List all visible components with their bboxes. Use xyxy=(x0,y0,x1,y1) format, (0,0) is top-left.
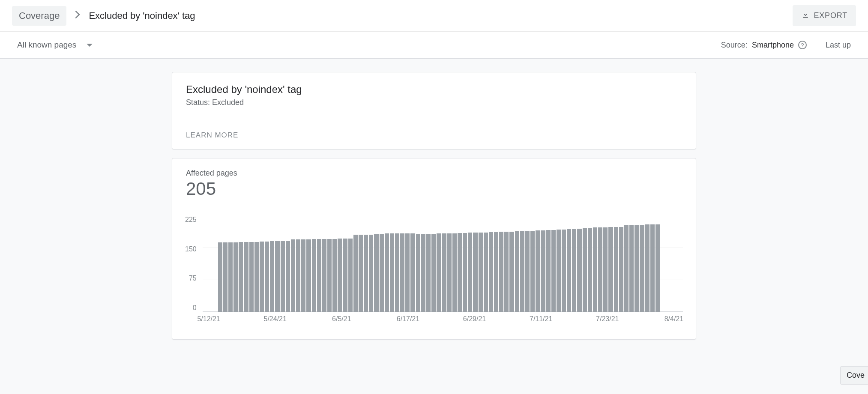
chart-bar xyxy=(254,242,259,312)
chart-bar xyxy=(614,227,618,312)
chart-bar xyxy=(223,242,227,312)
chart-bar xyxy=(228,242,233,312)
chart-bar xyxy=(577,229,581,312)
breadcrumb-root-label: Coverage xyxy=(19,10,60,21)
chart-body: 225150750 5/12/215/24/216/5/216/17/216/2… xyxy=(172,207,696,339)
pages-filter-dropdown[interactable]: All known pages xyxy=(17,40,93,50)
source-value: Smartphone xyxy=(752,41,794,50)
pages-filter-label: All known pages xyxy=(17,40,76,50)
chart-bar xyxy=(359,235,363,312)
chart-bar xyxy=(479,233,483,312)
chart-y-tick: 75 xyxy=(189,275,197,282)
chart-bar xyxy=(426,234,431,312)
chart-bar xyxy=(327,239,332,312)
chart-bar xyxy=(265,242,269,312)
chart-bar xyxy=(619,227,623,312)
chart-bar xyxy=(525,231,530,312)
chart-x-axis: 5/12/215/24/216/5/216/17/216/29/217/11/2… xyxy=(204,315,679,326)
chart-bar xyxy=(567,229,571,312)
chart-bar xyxy=(260,242,264,312)
chart-bar xyxy=(509,232,514,312)
chart-bar xyxy=(463,233,467,312)
chart-bar xyxy=(374,234,378,312)
chart-bar xyxy=(655,224,660,312)
chart-y-axis: 225150750 xyxy=(185,216,197,312)
chart-bar xyxy=(484,233,488,312)
status-card: Excluded by 'noindex' tag Status: Exclud… xyxy=(172,72,696,149)
chart-bar xyxy=(468,233,472,312)
chart-bar xyxy=(322,239,326,312)
chart-bar xyxy=(317,239,321,312)
chart-bar xyxy=(364,235,368,312)
chart-bar xyxy=(572,229,576,312)
chart-x-tick: 7/11/21 xyxy=(530,315,552,323)
chart-bar xyxy=(416,234,420,312)
breadcrumb-root-chip[interactable]: Coverage xyxy=(12,6,66,26)
chart-bar xyxy=(249,242,254,312)
chart-bar xyxy=(270,241,274,312)
last-updated-label: Last up xyxy=(826,41,851,50)
chart-bar xyxy=(603,227,608,312)
chart-bar xyxy=(447,233,452,312)
chart-bar xyxy=(650,224,655,312)
chart-bar xyxy=(494,232,498,312)
source-prefix: Source: xyxy=(721,41,748,50)
chart-bar xyxy=(536,230,540,312)
chart-bar xyxy=(645,224,650,312)
chart-bar xyxy=(624,225,629,312)
chart-bar xyxy=(296,239,300,312)
chart-bar xyxy=(395,233,399,312)
chart-bar xyxy=(312,239,316,312)
chart-bar xyxy=(281,241,285,312)
chart-bar xyxy=(390,233,394,312)
download-icon xyxy=(801,10,810,21)
chart-bar xyxy=(489,232,493,312)
chart-bar xyxy=(410,233,415,312)
chart-bar xyxy=(380,234,384,312)
chart-bar xyxy=(405,233,410,312)
chart-bar xyxy=(218,242,222,312)
chart-y-tick: 150 xyxy=(185,245,197,253)
chart-bar xyxy=(301,239,305,312)
chart-metric-value: 205 xyxy=(186,179,682,199)
chart-bar xyxy=(338,239,342,312)
learn-more-link[interactable]: LEARN MORE xyxy=(186,131,682,140)
chart-x-tick: 6/5/21 xyxy=(332,315,351,323)
content-area: Excluded by 'noindex' tag Status: Exclud… xyxy=(0,59,868,394)
chart-bar xyxy=(557,230,561,312)
chart-bar xyxy=(275,241,279,312)
chart-bar xyxy=(385,233,389,312)
chart-bar xyxy=(546,230,551,312)
chart-bar xyxy=(369,235,373,312)
chart-bar xyxy=(442,233,446,312)
chart-bar xyxy=(306,239,311,312)
header-bar: Coverage Excluded by 'noindex' tag EXPOR… xyxy=(0,0,868,32)
chart-bar xyxy=(629,225,634,312)
export-label: EXPORT xyxy=(814,11,848,20)
chart-bar xyxy=(640,225,644,312)
chart-bars xyxy=(203,216,683,312)
chart-bar xyxy=(499,232,503,312)
chart-bar xyxy=(421,234,425,312)
chart-x-tick: 5/12/21 xyxy=(197,315,220,323)
help-icon[interactable]: ? xyxy=(798,41,807,49)
chart-y-tick: 0 xyxy=(193,304,197,312)
chart-bar xyxy=(431,234,436,312)
chart-bar xyxy=(239,242,243,312)
export-button[interactable]: EXPORT xyxy=(793,5,856,26)
chart-bar xyxy=(332,239,337,312)
coverage-floating-tab[interactable]: Cove xyxy=(840,366,868,385)
chart-bar xyxy=(437,233,441,312)
chart-bar xyxy=(233,242,238,312)
dropdown-icon xyxy=(87,44,93,47)
chart-bar xyxy=(452,233,457,312)
chart-bar xyxy=(588,228,592,312)
chart-bar xyxy=(608,227,613,312)
status-card-status: Status: Excluded xyxy=(186,98,682,107)
chart-bar xyxy=(244,242,248,312)
chart-bar xyxy=(473,233,477,312)
breadcrumb: Coverage Excluded by 'noindex' tag xyxy=(12,6,195,26)
chart-x-tick: 6/17/21 xyxy=(397,315,419,323)
status-card-title: Excluded by 'noindex' tag xyxy=(186,84,682,96)
chart-bar xyxy=(541,230,545,312)
